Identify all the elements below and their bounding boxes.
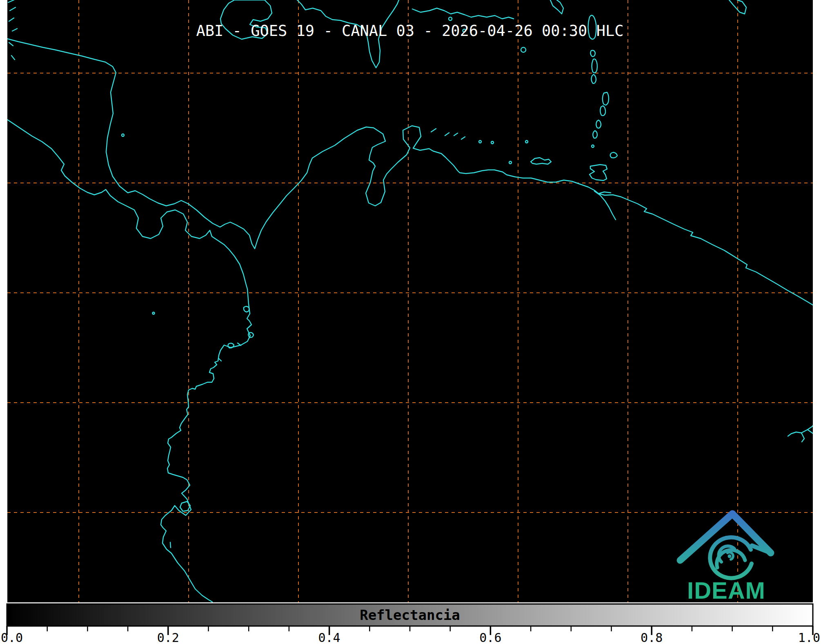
- colorbar-tick-label: 0.2: [157, 631, 179, 644]
- colorbar-tick-label: 0.4: [318, 631, 340, 644]
- satellite-map: IDEAM ABI - GOES 19 - CANAL 03 - 2026-04…: [0, 0, 821, 603]
- map-title: ABI - GOES 19 - CANAL 03 - 2026-04-26 00…: [196, 22, 624, 40]
- colorbar-tick-label: 0.8: [641, 631, 663, 644]
- colorbar-tick-labels: 0.00.20.40.60.81.0: [1, 631, 820, 644]
- colorbar-ticks: [7, 626, 813, 635]
- colorbar-tick-label: 0.6: [479, 631, 501, 644]
- coastline: [170, 542, 171, 548]
- ideam-logo-text: IDEAM: [687, 577, 765, 603]
- ideam-swirl-center: [728, 555, 732, 558]
- colorbar-tick-label: 1.0: [798, 631, 820, 644]
- colorbar-axis: 0.00.20.40.60.81.0 Reflectancia: [0, 602, 821, 644]
- colorbar-tick-label: 0.0: [1, 631, 23, 644]
- map-background: [7, 0, 813, 602]
- colorbar-title: Reflectancia: [360, 607, 460, 623]
